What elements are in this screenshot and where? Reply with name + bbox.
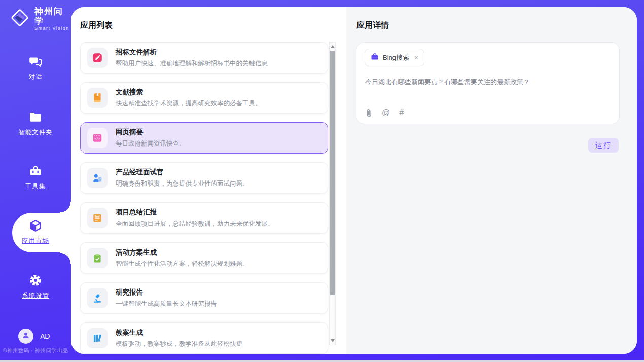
app-detail-title: 应用详情 bbox=[356, 20, 389, 31]
app-list: 招标文件解析帮助用户快速、准确地理解和解析招标书中的关键信息文献搜索快速精准查找… bbox=[80, 42, 328, 354]
app-detail-pane: 应用详情 Bing搜索 × 今日湖北有哪些新闻要点？有哪些需要关注的最新政策？ bbox=[346, 7, 637, 354]
bubble-fillet-bottom bbox=[60, 252, 71, 264]
tool-tag-label: Bing搜索 bbox=[383, 53, 409, 62]
app-description: 智能生成个性化活动方案，轻松解决规划难题。 bbox=[116, 260, 249, 268]
app-card[interactable]: 研究报告一键智能生成高质量长文本研究报告 bbox=[80, 282, 328, 314]
chat-icon bbox=[0, 54, 71, 69]
app-name: 招标文件解析 bbox=[116, 48, 268, 57]
attachment-icon[interactable] bbox=[365, 108, 373, 117]
query-text[interactable]: 今日湖北有哪些新闻要点？有哪些需要关注的最新政策？ bbox=[365, 77, 611, 87]
microscope-icon bbox=[87, 288, 108, 308]
run-button[interactable]: 运行 bbox=[588, 138, 619, 153]
note-icon bbox=[87, 208, 108, 228]
scrollbar-thumb[interactable] bbox=[330, 51, 335, 295]
app-list-title: 应用列表 bbox=[80, 20, 113, 31]
app-card[interactable]: 教案生成模板驱动，教案秒成，教学准备从此轻松快捷 bbox=[80, 322, 328, 354]
sidebar-item-folder[interactable]: 智能文件夹 bbox=[0, 110, 71, 137]
app-description: 一键智能生成高质量长文本研究报告 bbox=[116, 300, 217, 308]
brand-name: 神州问学 bbox=[34, 7, 71, 26]
sidebar-item-cube[interactable]: 应用市场 bbox=[0, 218, 71, 245]
app-description: 全面回顾项目进展，总结经验教训，助力未来优化发展。 bbox=[116, 220, 274, 228]
app-card[interactable]: </>网页摘要每日政府新闻资讯快查。 bbox=[80, 122, 328, 154]
sidebar-item-label: 工具集 bbox=[0, 182, 71, 191]
edit-document-icon bbox=[87, 48, 108, 68]
hash-icon[interactable]: # bbox=[399, 108, 404, 117]
app-card[interactable]: 活动方案生成智能生成个性化活动方案，轻松解决规划难题。 bbox=[80, 242, 328, 274]
sidebar: 神州问学 Smart Vision 对话智能文件夹工具集应用市场系统设置 AD … bbox=[0, 0, 71, 362]
book-icon bbox=[87, 88, 108, 108]
app-card[interactable]: 产品经理面试官明确身份和职责，为您提供专业性的面试问题。 bbox=[80, 162, 328, 194]
sidebar-item-label: 系统设置 bbox=[0, 292, 71, 300]
sidebar-item-gear[interactable]: 系统设置 bbox=[0, 273, 71, 300]
cube-icon bbox=[0, 218, 71, 233]
brand-subtitle: Smart Vision bbox=[34, 26, 71, 31]
app-card[interactable]: 招标文件解析帮助用户快速、准确地理解和解析招标书中的关键信息 bbox=[80, 42, 328, 74]
copyright-footer: ©神州数码 · 神州问学出品 bbox=[0, 347, 71, 354]
tool-tag-bing-search[interactable]: Bing搜索 × bbox=[365, 49, 424, 66]
app-name: 研究报告 bbox=[116, 288, 217, 297]
scroll-down-icon[interactable] bbox=[331, 339, 335, 342]
app-card[interactable]: 项目总结汇报全面回顾项目进展，总结经验教训，助力未来优化发展。 bbox=[80, 202, 328, 234]
sidebar-item-label: 智能文件夹 bbox=[0, 128, 71, 137]
browser-code-icon: </> bbox=[87, 128, 108, 148]
person-icon bbox=[21, 331, 30, 342]
app-name: 网页摘要 bbox=[116, 128, 186, 137]
folder-icon bbox=[0, 110, 71, 125]
content-panel: 应用列表 招标文件解析帮助用户快速、准确地理解和解析招标书中的关键信息文献搜索快… bbox=[71, 7, 637, 354]
prompt-card[interactable]: Bing搜索 × 今日湖北有哪些新闻要点？有哪些需要关注的最新政策？ @ # bbox=[356, 42, 620, 124]
app-list-pane: 应用列表 招标文件解析帮助用户快速、准确地理解和解析招标书中的关键信息文献搜索快… bbox=[71, 7, 346, 354]
brand-logo: 神州问学 Smart Vision bbox=[9, 7, 71, 31]
app-name: 文献搜索 bbox=[116, 88, 262, 97]
sidebar-item-chat[interactable]: 对话 bbox=[0, 54, 71, 81]
avatar[interactable] bbox=[18, 329, 33, 344]
sidebar-item-label: 应用市场 bbox=[0, 237, 71, 245]
briefcase-icon bbox=[371, 53, 379, 62]
user-initials: AD bbox=[40, 332, 50, 340]
app-description: 快速精准查找学术资源，提高研究效率的必备工具。 bbox=[116, 99, 262, 108]
books-icon bbox=[87, 328, 108, 348]
user-account[interactable]: AD bbox=[18, 329, 50, 344]
svg-text:</>: </> bbox=[94, 137, 100, 141]
scrollbar[interactable] bbox=[329, 42, 336, 345]
app-name: 活动方案生成 bbox=[116, 248, 249, 257]
gear-icon bbox=[0, 273, 71, 288]
sidebar-item-label: 对话 bbox=[0, 73, 71, 81]
close-icon[interactable]: × bbox=[414, 54, 418, 61]
toolbox-icon bbox=[0, 163, 71, 178]
gem-diamond-icon bbox=[9, 7, 30, 30]
app-card[interactable]: 文献搜索快速精准查找学术资源，提高研究效率的必备工具。 bbox=[80, 82, 328, 114]
window-bottom-edge bbox=[0, 360, 644, 362]
app-description: 明确身份和职责，为您提供专业性的面试问题。 bbox=[116, 179, 249, 188]
app-description: 模板驱动，教案秒成，教学准备从此轻松快捷 bbox=[116, 340, 242, 348]
app-name: 项目总结汇报 bbox=[116, 208, 274, 217]
clipboard-check-icon bbox=[87, 248, 108, 268]
interviewer-icon bbox=[87, 168, 108, 188]
mention-icon[interactable]: @ bbox=[382, 108, 390, 117]
app-name: 教案生成 bbox=[116, 328, 242, 337]
scroll-up-icon[interactable] bbox=[331, 45, 335, 48]
app-description: 帮助用户快速、准确地理解和解析招标书中的关键信息 bbox=[116, 59, 268, 68]
prompt-toolbar: @ # bbox=[365, 108, 404, 117]
app-name: 产品经理面试官 bbox=[116, 168, 249, 177]
bubble-fillet-top bbox=[60, 202, 71, 213]
sidebar-item-toolbox[interactable]: 工具集 bbox=[0, 163, 71, 191]
app-description: 每日政府新闻资讯快查。 bbox=[116, 139, 186, 148]
